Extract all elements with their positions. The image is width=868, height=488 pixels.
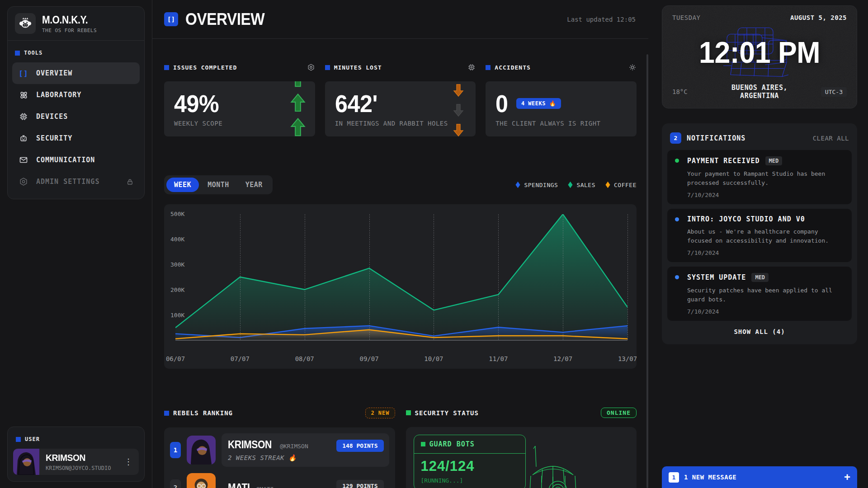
tab-week[interactable]: WEEK — [166, 178, 199, 192]
notification-title: PAYMENT RECEIVED — [687, 157, 760, 165]
level-badge: MED — [751, 273, 769, 282]
main-content: [] OVERVIEW Last updated 12:05 ISSUES CO… — [152, 0, 648, 488]
ranking-row-1[interactable]: 1 KRIMSON @KRIMS — [170, 433, 389, 467]
section-title: REBELS RANKING — [173, 409, 233, 417]
stat-caption: THE CLIENT ALWAYS IS RIGHT — [495, 120, 627, 127]
rebel-handle: @MATI — [256, 486, 274, 488]
rebels-ranking-section: REBELS RANKING 2 NEW 1 — [164, 408, 395, 488]
stat-caption: IN MEETINGS AND RABBIT HOLES — [335, 120, 466, 127]
notifications-title: NOTIFICATIONS — [687, 134, 745, 142]
message-count-badge: 1 — [669, 472, 679, 483]
plus-icon[interactable]: + — [844, 472, 850, 483]
sidebar-item-laboratory[interactable]: LABORATORY — [12, 84, 140, 106]
chart-section: WEEK MONTH YEAR SPENDINGS SALES — [164, 175, 637, 369]
last-updated: Last updated 12:05 — [567, 16, 636, 23]
green-square-icon — [406, 410, 411, 415]
diamond-icon — [568, 181, 573, 188]
user-menu-kebab-icon[interactable]: ⋮ — [123, 456, 134, 468]
user-section-label: USER — [16, 436, 136, 442]
user-card[interactable]: KRIMSON KRIMSON@JOYCO.STUDIO ⋮ — [13, 449, 139, 475]
blue-square-icon — [164, 65, 169, 70]
stat-value: 49% — [174, 91, 296, 116]
stat-caption: WEEKLY SCOPE — [174, 120, 305, 127]
notification-system-update[interactable]: SYSTEM UPDATE MED Security patches have … — [667, 267, 852, 321]
chart-range-tabs: WEEK MONTH YEAR — [164, 175, 273, 194]
rebel-handle: @KRIMSON — [280, 443, 308, 450]
clear-all-button[interactable]: CLEAR ALL — [813, 135, 849, 142]
notification-date: 7/10/2024 — [687, 192, 844, 198]
user-name: KRIMSON — [46, 452, 106, 463]
show-all-button[interactable]: SHOW ALL (4) — [667, 321, 852, 339]
user-email: KRIMSON@JOYCO.STUDIO — [46, 465, 111, 471]
blue-square-icon — [164, 411, 169, 416]
message-text: 1 NEW MESSAGE — [684, 474, 736, 481]
legend-spendings: SPENDINGS — [515, 181, 558, 188]
rank-badge: 1 — [170, 442, 181, 458]
tab-year[interactable]: YEAR — [238, 178, 270, 192]
green-square-icon — [421, 442, 425, 446]
sidebar-item-communication[interactable]: COMMUNICATION — [12, 149, 140, 171]
notification-body: About us - We're a healthcare company fo… — [687, 227, 844, 245]
mail-icon — [18, 155, 29, 164]
rebel-name: MATI — [228, 482, 250, 488]
notification-count-badge: 2 — [670, 132, 681, 144]
stat-title: ACCIDENTS — [495, 64, 530, 71]
trend-up-arrows-icon — [288, 81, 308, 136]
new-count-badge: 2 NEW — [365, 408, 395, 418]
overview-brackets-icon: [] — [164, 12, 178, 26]
new-message-bar[interactable]: 1 1 NEW MESSAGE + — [662, 466, 857, 488]
chart-legend: SPENDINGS SALES COFFEE — [515, 181, 637, 188]
blue-square-icon — [15, 51, 20, 56]
app-title: M.O.N.K.Y. — [42, 14, 92, 26]
blue-square-icon — [486, 65, 491, 70]
trend-down-arrows-icon — [448, 84, 468, 136]
sidebar-nav-panel: M.O.N.K.Y. THE OS FOR REBELS TOOLS [] OV… — [7, 6, 145, 199]
tab-month[interactable]: MONTH — [200, 178, 237, 192]
stat-title: MINUTES LOST — [334, 64, 382, 71]
stat-title: ISSUES COMPLETED — [173, 64, 237, 71]
clock-widget: TUESDAY AUGUST 5, 2025 — [662, 5, 857, 108]
points-badge: 129 POINTS — [336, 480, 383, 488]
sidebar-nav: TOOLS [] OVERVIEW LABORATORY — [8, 41, 144, 199]
points-badge: 148 POINTS — [336, 440, 383, 452]
chip-settings-icon[interactable] — [467, 63, 476, 71]
notification-payment[interactable]: PAYMENT RECEIVED MED Your payment to Ram… — [667, 150, 852, 204]
stats-row: ISSUES COMPLETED 49% WEEKLY SCOPE — [164, 63, 637, 136]
guard-bots-box: GUARD BOTS 124/124 [RUNNING...] — [414, 435, 526, 488]
blue-square-icon — [325, 65, 330, 70]
guard-bots-status: [RUNNING...] — [421, 477, 519, 484]
sidebar: M.O.N.K.Y. THE OS FOR REBELS TOOLS [] OV… — [0, 0, 152, 488]
status-dot — [675, 275, 679, 279]
stat-value: 0 — [495, 91, 508, 116]
current-time: 12:01 PM — [699, 35, 820, 70]
right-rail: TUESDAY AUGUST 5, 2025 — [648, 0, 868, 488]
notification-body: Your payment to Rampant Studio has been … — [687, 169, 844, 187]
security-panel: GUARD BOTS 124/124 [RUNNING...] FIREWALL — [406, 427, 637, 488]
streak-badge: 4 WEEKS 🔥 — [516, 98, 561, 109]
legend-coffee: COFFEE — [605, 181, 637, 188]
sidebar-item-security[interactable]: SECURITY — [12, 127, 140, 149]
ranking-row-2[interactable]: 2 — [170, 473, 389, 488]
atom-icon — [18, 90, 29, 100]
legend-sales: SALES — [568, 181, 595, 188]
sidebar-item-overview[interactable]: [] OVERVIEW — [12, 62, 140, 84]
line-chart: 500K400K300K200K100K 06/0707/0708/0709/0… — [164, 204, 637, 369]
rebel-name: KRIMSON — [228, 439, 272, 451]
burst-settings-icon[interactable] — [628, 63, 637, 71]
section-title: SECURITY STATUS — [415, 409, 479, 417]
diamond-icon — [605, 181, 610, 188]
page-title: OVERVIEW — [185, 10, 264, 29]
main-body: ISSUES COMPLETED 49% WEEKLY SCOPE — [152, 39, 648, 488]
chart-plot-area — [175, 214, 627, 341]
rank-badge: 2 — [170, 479, 181, 488]
notification-intro[interactable]: INTRO: JOYCO STUDIO AND V0 About us - We… — [667, 209, 852, 262]
diamond-icon — [515, 181, 520, 188]
page-header: [] OVERVIEW Last updated 12:05 — [152, 0, 648, 39]
notification-date: 7/10/2024 — [687, 249, 844, 256]
hexnut-settings-icon[interactable] — [307, 63, 315, 71]
chip-icon — [18, 112, 29, 121]
temperature: 18°C — [672, 88, 726, 95]
sidebar-item-admin-settings[interactable]: ADMIN SETTINGS — [12, 171, 140, 192]
date: AUGUST 5, 2025 — [790, 14, 847, 21]
sidebar-item-devices[interactable]: DEVICES — [12, 106, 140, 127]
